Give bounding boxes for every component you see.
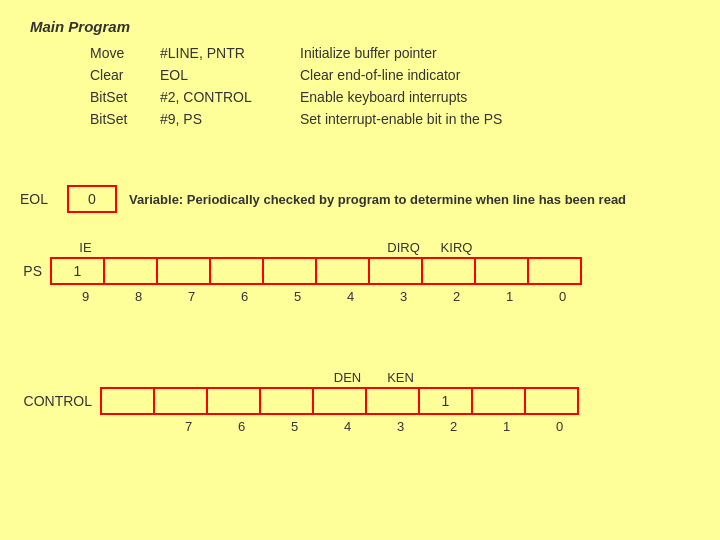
ps-bit-number-8: 1 xyxy=(482,289,537,304)
ps-bit-number-5: 4 xyxy=(323,289,378,304)
ps-bit-1 xyxy=(103,257,158,285)
ctrl-label-above-4: DEN xyxy=(320,370,375,385)
ctrl-bit-2 xyxy=(206,387,261,415)
ctrl-label-above-1 xyxy=(161,370,216,385)
eol-section: EOL 0 Variable: Periodically checked by … xyxy=(20,185,626,213)
ctrl-label-above-3 xyxy=(267,370,322,385)
ps-bit-number-1: 8 xyxy=(111,289,166,304)
control-labels-above: DENKEN xyxy=(108,370,710,385)
ctrl-bit-number-3: 5 xyxy=(267,419,322,434)
code-cell-comment: Initialize buffer pointer xyxy=(290,42,570,64)
ps-label-above-1 xyxy=(111,240,166,257)
ctrl-bit-7 xyxy=(471,387,526,415)
code-row: BitSet#2, CONTROLEnable keyboard interru… xyxy=(80,86,570,108)
ctrl-bit-5 xyxy=(365,387,420,415)
control-bits: 1 xyxy=(100,387,710,415)
ps-bit-9 xyxy=(527,257,582,285)
ctrl-bit-0 xyxy=(100,387,155,415)
ctrl-bit-3 xyxy=(259,387,314,415)
code-row: ClearEOLClear end-of-line indicator xyxy=(80,64,570,86)
code-cell-operand: EOL xyxy=(150,64,290,86)
ps-bit-number-6: 3 xyxy=(376,289,431,304)
ctrl-bit-8 xyxy=(524,387,579,415)
ps-bit-number-4: 5 xyxy=(270,289,325,304)
ctrl-label-above-0 xyxy=(108,370,163,385)
code-cell-comment: Set interrupt-enable bit in the PS xyxy=(290,108,570,130)
code-table: Move#LINE, PNTRInitialize buffer pointer… xyxy=(80,42,570,130)
ctrl-label-above-8 xyxy=(532,370,587,385)
code-cell-comment: Enable keyboard interrupts xyxy=(290,86,570,108)
ctrl-bit-number-5: 3 xyxy=(373,419,428,434)
ps-label-above-5 xyxy=(323,240,378,257)
ps-label-above-6: DIRQ xyxy=(376,240,431,257)
ps-label: PS xyxy=(10,263,50,279)
ps-label-above-0: IE xyxy=(58,240,113,257)
ctrl-bit-number-1: 7 xyxy=(161,419,216,434)
ctrl-label-above-2 xyxy=(214,370,269,385)
ps-label-above-3 xyxy=(217,240,272,257)
code-cell-instr: BitSet xyxy=(80,86,150,108)
ctrl-label-above-7 xyxy=(479,370,534,385)
control-bit-numbers: 76543210 xyxy=(108,419,710,434)
ps-bit-number-7: 2 xyxy=(429,289,484,304)
code-cell-operand: #2, CONTROL xyxy=(150,86,290,108)
main-title: Main Program xyxy=(30,18,130,35)
code-row: BitSet#9, PSSet interrupt-enable bit in … xyxy=(80,108,570,130)
ps-bit-number-9: 0 xyxy=(535,289,590,304)
control-register-row: CONTROL 1 xyxy=(10,387,710,415)
ps-bit-4 xyxy=(262,257,317,285)
code-cell-operand: #9, PS xyxy=(150,108,290,130)
ctrl-label-above-6 xyxy=(426,370,481,385)
ps-bit-number-3: 6 xyxy=(217,289,272,304)
control-section: DENKEN CONTROL 1 76543210 xyxy=(10,370,710,434)
ctrl-bit-1 xyxy=(153,387,208,415)
eol-description: Variable: Periodically checked by progra… xyxy=(129,192,626,207)
ctrl-label-above-5: KEN xyxy=(373,370,428,385)
code-cell-instr: BitSet xyxy=(80,108,150,130)
ctrl-bit-4 xyxy=(312,387,367,415)
ps-bit-6 xyxy=(368,257,423,285)
code-cell-operand: #LINE, PNTR xyxy=(150,42,290,64)
ps-bit-number-2: 7 xyxy=(164,289,219,304)
code-cell-instr: Clear xyxy=(80,64,150,86)
ps-label-above-9 xyxy=(535,240,590,257)
ps-bit-numbers: 9876543210 xyxy=(58,289,710,304)
ps-label-above-7: KIRQ xyxy=(429,240,484,257)
code-row: Move#LINE, PNTRInitialize buffer pointer xyxy=(80,42,570,64)
ps-label-above-4 xyxy=(270,240,325,257)
ps-label-above-2 xyxy=(164,240,219,257)
ps-bit-number-0: 9 xyxy=(58,289,113,304)
ctrl-bit-number-4: 4 xyxy=(320,419,375,434)
code-cell-comment: Clear end-of-line indicator xyxy=(290,64,570,86)
ctrl-bit-number-0 xyxy=(108,419,163,434)
ps-bit-3 xyxy=(209,257,264,285)
ps-bit-2 xyxy=(156,257,211,285)
ps-label-above-8 xyxy=(482,240,537,257)
ps-bit-7 xyxy=(421,257,476,285)
ps-section: IEDIRQKIRQ PS 1 9876543210 xyxy=(10,240,710,304)
ctrl-bit-number-2: 6 xyxy=(214,419,269,434)
eol-label: EOL xyxy=(20,191,55,207)
ps-bit-8 xyxy=(474,257,529,285)
eol-value-box: 0 xyxy=(67,185,117,213)
ctrl-bit-number-6: 2 xyxy=(426,419,481,434)
ctrl-bit-number-7: 1 xyxy=(479,419,534,434)
control-label: CONTROL xyxy=(10,393,100,409)
ps-bits: 1 xyxy=(50,257,710,285)
ps-bit-0: 1 xyxy=(50,257,105,285)
code-cell-instr: Move xyxy=(80,42,150,64)
ctrl-bit-6: 1 xyxy=(418,387,473,415)
ps-bit-5 xyxy=(315,257,370,285)
ps-labels-above: IEDIRQKIRQ xyxy=(58,240,710,257)
ps-register-row: PS 1 xyxy=(10,257,710,285)
ctrl-bit-number-8: 0 xyxy=(532,419,587,434)
